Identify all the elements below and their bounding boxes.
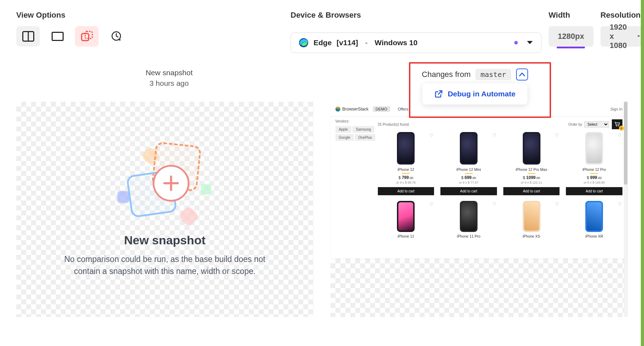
view-split-button[interactable] [16, 26, 40, 47]
diff-overlay-icon [81, 30, 93, 42]
vendors-label: Vendors: [335, 119, 378, 123]
external-link-icon [434, 90, 443, 98]
favorite-icon[interactable]: ♡ [492, 202, 496, 207]
device-browsers-label: Device & Browsers [291, 11, 361, 20]
resolution-select[interactable]: 1920 x 1080 [601, 26, 644, 47]
new-snapshot-illustration [119, 142, 211, 223]
debug-popup: Debug in Automate [422, 83, 528, 105]
product-installment: or 9 x $ 122.11 [503, 181, 560, 184]
favorite-icon[interactable]: ♡ [555, 133, 559, 138]
site-logo: BrowserStack DEMO [335, 106, 390, 112]
changes-from-label: Changes from [422, 70, 470, 79]
device-separator: - [365, 38, 368, 47]
width-active-indicator [557, 47, 585, 48]
browser-name: Edge [314, 38, 332, 47]
collapse-button[interactable] [516, 68, 528, 80]
product-name: iPhone 12 Mini [440, 167, 497, 172]
product-installment: or 5 x $ 199.80 [566, 181, 622, 184]
favorite-icon[interactable]: ♡ [429, 202, 433, 207]
product-image [585, 201, 603, 232]
width-value: 1280px [558, 32, 584, 41]
edge-icon [299, 38, 309, 48]
browser-version: [v114] [336, 38, 358, 47]
product-card: ♡ iPhone 11 Pro [440, 201, 497, 238]
product-image [585, 132, 603, 165]
comparison-panels: New snapshot No comparison could be run,… [16, 102, 628, 317]
view-history-button[interactable] [104, 26, 128, 47]
demo-badge: DEMO [373, 106, 390, 112]
filter-tag[interactable]: Apple [335, 126, 352, 133]
product-installment: or 9 x $ 77.67 [440, 181, 497, 184]
branch-badge[interactable]: master [475, 69, 511, 80]
favorite-icon[interactable]: ♡ [429, 133, 433, 138]
panel-headers-row: New snapshot 3 hours ago Changes from ma… [16, 68, 628, 88]
left-panel-text-line2: contain a snapshot with this name, width… [74, 267, 256, 276]
svg-point-7 [616, 126, 617, 127]
history-icon [111, 31, 122, 42]
left-panel: New snapshot No comparison could be run,… [16, 102, 314, 317]
product-card: ♡ iPhone 12 $ 799.00 or 9 x $ 88.78 Add … [378, 132, 434, 195]
svg-point-8 [618, 126, 619, 127]
product-card: ♡ iPhone 12 Mini $ 699.00 or 9 x $ 77.67… [440, 132, 497, 195]
product-card: ♡ iPhone XR [566, 201, 622, 238]
favorite-icon[interactable]: ♡ [618, 202, 622, 207]
favorite-icon[interactable]: ♡ [555, 202, 559, 207]
product-price: $ 699.00 [440, 175, 497, 180]
view-options-group: View Options [16, 11, 128, 47]
right-edge-accent [641, 0, 644, 346]
add-to-cart-button[interactable]: Add to cart [566, 187, 622, 195]
left-panel-text-line1: No comparison could be run, as the base … [64, 255, 265, 264]
logo-icon [335, 107, 340, 112]
left-header-time: 3 hours ago [16, 79, 322, 88]
product-image [523, 132, 540, 165]
product-image [397, 132, 415, 165]
product-name: iPhone 12 Pro [566, 167, 622, 172]
resolution-value: 1920 x 1080 [610, 23, 631, 50]
resolution-label: Resolution [601, 11, 644, 20]
filter-tag[interactable]: Google [335, 134, 354, 141]
nav-offers-link[interactable]: Offers [398, 107, 409, 111]
product-card: ♡ iPhone 12 Pro $ 999.00 or 5 x $ 199.80… [566, 132, 622, 195]
add-to-cart-button[interactable]: Add to cart [440, 187, 497, 195]
status-dot-icon [514, 41, 518, 44]
site-brand-text: BrowserStack [343, 107, 369, 112]
debug-in-automate-link[interactable]: Debug in Automate [448, 90, 516, 98]
product-name: iPhone XR [566, 234, 622, 238]
cart-button[interactable]: 0 [612, 119, 622, 129]
chevron-down-icon [526, 40, 533, 45]
view-single-button[interactable] [46, 26, 69, 47]
left-panel-title: New snapshot [124, 233, 205, 247]
cart-icon [614, 122, 620, 127]
svg-rect-2 [52, 32, 63, 41]
product-name: iPhone 12 Pro Max [503, 167, 560, 172]
product-price: $ 799.00 [378, 175, 434, 180]
filter-tag[interactable]: Samsung [352, 126, 374, 133]
product-card: ♡ iPhone 11 [378, 201, 434, 238]
product-image [460, 201, 478, 232]
favorite-icon[interactable]: ♡ [492, 133, 496, 138]
width-value-button[interactable]: 1280px [549, 26, 593, 47]
left-panel-text: No comparison could be run, as the base … [64, 253, 265, 277]
product-card: ♡ iPhone XS [503, 201, 560, 238]
filter-tag[interactable]: OnePlus [355, 134, 375, 141]
device-browser-select[interactable]: Edge [v114] - Windows 10 [291, 32, 541, 53]
top-toolbar: View Options [16, 11, 628, 53]
os-name: Windows 10 [375, 38, 417, 47]
add-to-cart-button[interactable]: Add to cart [503, 187, 560, 195]
favorite-icon[interactable]: ♡ [618, 133, 622, 138]
signin-link[interactable]: Sign In [610, 107, 622, 111]
add-to-cart-button[interactable]: Add to cart [378, 187, 434, 195]
product-name: iPhone 11 [378, 234, 434, 238]
plus-circle-icon [153, 165, 189, 202]
right-panel-scrollbar[interactable] [624, 102, 627, 317]
width-label: Width [549, 11, 593, 20]
view-diff-button[interactable] [75, 26, 99, 47]
right-panel-header: Changes from master Debug in Automate [322, 68, 628, 88]
product-price: $ 999.00 [566, 175, 622, 180]
scrollbar-thumb[interactable] [624, 102, 627, 185]
orderby-select[interactable]: Select [584, 121, 609, 127]
product-name: iPhone 11 Pro [440, 234, 497, 238]
filters-sidebar: Vendors: AppleSamsungGoogleOnePlus [335, 119, 378, 238]
cart-count-badge: 0 [619, 126, 624, 131]
products-found-text: 25 Product(s) found. [378, 123, 410, 126]
